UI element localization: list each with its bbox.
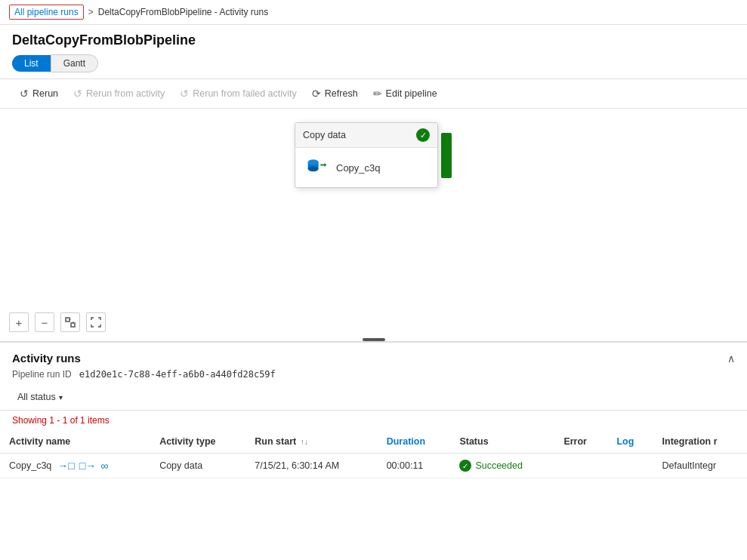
col-status: Status [450, 430, 554, 454]
col-error: Error [554, 430, 607, 454]
link-icon[interactable]: ∞ [100, 460, 108, 472]
refresh-label: Refresh [325, 88, 358, 99]
edit-pipeline-button[interactable]: ✏ Edit pipeline [366, 84, 445, 103]
col-run-start[interactable]: Run start ↑↓ [245, 430, 377, 454]
gantt-view-button[interactable]: Gantt [51, 54, 98, 72]
popup-header: Copy data ✓ [295, 123, 437, 148]
popup-title: Copy data [303, 130, 346, 140]
cell-error [554, 454, 607, 478]
svg-rect-6 [66, 318, 69, 322]
zoom-in-button[interactable]: + [9, 312, 29, 332]
breadcrumb-all-runs[interactable]: All pipeline runs [9, 5, 84, 20]
run-id-label: Pipeline run ID [12, 369, 72, 380]
status-filter: All status ▾ [0, 386, 747, 411]
sort-arrows: ↑↓ [301, 438, 308, 446]
status-success-icon: ✓ [459, 460, 471, 472]
rerun-failed-icon: ↺ [180, 88, 189, 100]
zoom-out-button[interactable]: − [35, 312, 54, 332]
cell-activity-name: Copy_c3q →□ □→ ∞ [0, 454, 150, 478]
activity-popup: Copy data ✓ Copy_c3q [295, 122, 438, 188]
svg-point-3 [308, 160, 319, 165]
canvas-controls: + − [9, 312, 106, 332]
row-actions: →□ □→ ∞ [57, 460, 108, 472]
fullscreen-button[interactable] [86, 312, 106, 332]
refresh-button[interactable]: ⟳ Refresh [304, 84, 366, 103]
rerun-activity-icon: ↺ [73, 88, 82, 100]
breadcrumb: All pipeline runs > DeltaCopyFromBlobPip… [0, 0, 747, 25]
col-activity-name: Activity name [0, 430, 150, 454]
cell-status: ✓ Succeeded [450, 454, 554, 478]
rerun-button[interactable]: ↺ Rerun [12, 84, 66, 103]
output-icon[interactable]: □→ [79, 460, 96, 472]
cell-run-start: 7/15/21, 6:30:14 AM [245, 454, 377, 478]
count-row: Showing 1 - 1 of 1 items [0, 411, 747, 430]
section-title: Activity runs [12, 352, 81, 365]
table-container: Activity name Activity type Run start ↑↓… [0, 430, 747, 478]
popup-success-icon: ✓ [416, 128, 430, 142]
breadcrumb-current: DeltaCopyFromBlobPipeline - Activity run… [98, 7, 268, 17]
rerun-from-failed-label: Rerun from failed activity [193, 88, 297, 99]
cell-log [607, 454, 653, 478]
status-dropdown[interactable]: All status ▾ [12, 389, 68, 405]
status-dropdown-chevron: ▾ [59, 393, 63, 402]
section-header: Activity runs ∧ [0, 343, 747, 369]
svg-marker-5 [325, 163, 327, 167]
refresh-icon: ⟳ [312, 88, 321, 100]
cell-integration: DefaultIntegr [653, 454, 747, 478]
svg-point-2 [308, 166, 319, 171]
svg-rect-7 [71, 323, 75, 327]
rerun-from-failed-button[interactable]: ↺ Rerun from failed activity [172, 84, 304, 103]
list-view-button[interactable]: List [12, 55, 51, 72]
page-title: DeltaCopyFromBlobPipeline [0, 25, 747, 54]
col-log: Log [607, 430, 653, 454]
run-id-row: Pipeline run ID e1d20e1c-7c88-4eff-a6b0-… [0, 369, 747, 386]
popup-activity-name: Copy_c3q [336, 162, 381, 174]
table-header-row: Activity name Activity type Run start ↑↓… [0, 430, 747, 454]
activity-runs-section: Activity runs ∧ Pipeline run ID e1d20e1c… [0, 343, 747, 478]
cell-activity-type: Copy data [150, 454, 245, 478]
col-duration: Duration [378, 430, 451, 454]
breadcrumb-separator: > [88, 7, 94, 17]
activity-runs-table: Activity name Activity type Run start ↑↓… [0, 430, 747, 478]
collapse-chevron-icon[interactable]: ∧ [727, 352, 735, 365]
rerun-from-activity-label: Rerun from activity [86, 88, 165, 99]
rerun-from-activity-button[interactable]: ↺ Rerun from activity [66, 84, 172, 103]
col-activity-type: Activity type [150, 430, 245, 454]
fit-view-button[interactable] [60, 312, 80, 332]
rerun-label: Rerun [32, 88, 58, 99]
status-success: ✓ Succeeded [459, 460, 545, 472]
cell-duration: 00:00:11 [378, 454, 451, 478]
popup-body: Copy_c3q [295, 148, 437, 187]
status-filter-label: All status [17, 392, 56, 402]
pipeline-node [441, 133, 452, 178]
edit-icon: ✏ [373, 88, 382, 100]
table-row: Copy_c3q →□ □→ ∞ Copy data 7/15/21, 6:30… [0, 454, 747, 478]
canvas-area: Copy data ✓ Copy_c3q + − [0, 109, 747, 343]
status-text: Succeeded [475, 460, 523, 471]
col-integration: Integration r [653, 430, 747, 454]
activity-name-text: Copy_c3q [9, 460, 51, 471]
input-icon[interactable]: →□ [57, 460, 74, 472]
edit-pipeline-label: Edit pipeline [386, 88, 437, 99]
rerun-icon: ↺ [20, 88, 29, 100]
run-id-value: e1d20e1c-7c88-4eff-a6b0-a440fd28c59f [79, 369, 276, 380]
toolbar: ↺ Rerun ↺ Rerun from activity ↺ Rerun fr… [0, 78, 747, 109]
collapse-bar[interactable] [363, 338, 385, 341]
copy-data-icon [304, 155, 329, 180]
view-toggle: List Gantt [0, 54, 747, 78]
